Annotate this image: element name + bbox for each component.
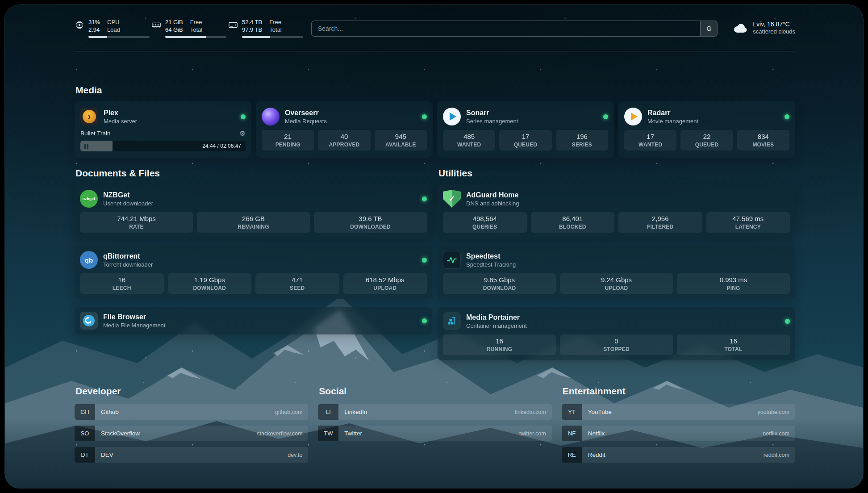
service-card-sonarr[interactable]: Sonarr Series management 485 WANTED [437, 101, 614, 158]
disk-progress-bar [242, 36, 303, 38]
service-card-filebrowser[interactable]: File Browser Media File Management [75, 307, 432, 334]
service-name: Sonarr [466, 109, 518, 117]
dashboard-window: 31% CPU 2.94 Load [4, 4, 864, 489]
bookmark-url: linkedin.com [515, 409, 546, 415]
bookmark-name: Github [101, 409, 119, 415]
desktop-background: 31% CPU 2.94 Load [0, 0, 868, 493]
stat-wanted: 17 WANTED [624, 130, 676, 150]
service-name: qBittorrent [103, 252, 153, 260]
bookmark-group-entertainment: Entertainment YT YouTube youtube.com NF … [562, 385, 795, 468]
stat-approved: 40 APPROVED [318, 130, 370, 150]
bookmark-youtube[interactable]: YT YouTube youtube.com [562, 404, 795, 420]
bookmark-name: YouTube [588, 409, 612, 415]
bookmark-netflix[interactable]: NF Netflix netflix.com [562, 426, 795, 441]
bookmark-reddit[interactable]: RE Reddit reddit.com [562, 447, 795, 463]
service-subtitle: Series management [466, 118, 518, 125]
service-subtitle: DNS and adblocking [466, 200, 519, 207]
cpu-load-value: 2.94 [88, 26, 100, 33]
filebrowser-icon [80, 312, 98, 330]
stat-rate: 744.21 Mbps RATE [80, 212, 193, 233]
overseerr-icon [262, 108, 280, 125]
search-input[interactable] [312, 21, 700, 36]
playback-progress-bar[interactable]: 24:44 / 02:06:47 [80, 141, 246, 151]
section-title-social: Social [319, 385, 551, 397]
service-name: Plex [104, 109, 137, 117]
service-subtitle: Media Requests [285, 118, 327, 125]
cpu-progress-bar [88, 36, 150, 38]
service-card-overseerr[interactable]: Overseerr Media Requests 21 PENDING [256, 101, 433, 158]
memory-progress-bar [165, 36, 226, 38]
stat-leech: 16 LEECH [80, 273, 164, 294]
bookmark-dev-to[interactable]: DT DEV dev.to [75, 447, 308, 463]
weather-location-temp: Lviv, 16.87°C [753, 21, 795, 28]
stat-seed: 471 SEED [255, 273, 339, 294]
status-dot-online [422, 258, 427, 263]
bookmark-name: StackOverflow [101, 430, 140, 437]
cpu-progress-fill [88, 36, 107, 38]
bookmark-group-developer: Developer GH Github github.com SO StackO… [75, 385, 308, 468]
search-provider-button[interactable]: G [700, 21, 717, 36]
bookmark-name: DEV [101, 451, 113, 458]
bookmark-url: twitter.com [519, 430, 546, 437]
topbar-divider [75, 51, 795, 51]
memory-free-label: Free [190, 19, 202, 26]
bookmark-url: netflix.com [763, 430, 789, 437]
disk-free-value: 52.4 TB [242, 19, 262, 26]
bookmark-url: reddit.com [764, 452, 789, 458]
status-dot-online [603, 114, 608, 119]
bookmark-name: Reddit [588, 451, 605, 458]
bookmark-stackoverflow[interactable]: SO StackOverflow stackoverflow.com [75, 426, 308, 441]
gear-icon[interactable]: ⚙ [240, 130, 246, 138]
service-subtitle: Usenet downloader [103, 200, 153, 207]
section-title-utilities: Utilities [438, 167, 795, 179]
service-card-plex[interactable]: › Plex Media server Bullet Train ⚙ [75, 101, 251, 158]
stat-download: 1.19 Gbps DOWNLOAD [168, 273, 252, 294]
stat-queued: 22 QUEUED [680, 130, 733, 150]
cpu-load-label: Load [107, 26, 120, 33]
disk-total-label: Total [269, 26, 281, 33]
stat-filtered: 2,956 FILTERED [618, 212, 702, 233]
stat-ping: 0.993 ms PING [677, 273, 790, 294]
bookmark-abbr: SO [75, 426, 95, 441]
service-card-qbittorrent[interactable]: qb qBittorrent Torrent downloader 16 LEE… [75, 246, 432, 299]
service-card-adguard[interactable]: ✓ AdGuard Home DNS and adblocking 498,56… [438, 184, 795, 238]
section-utilities: Utilities ✓ AdGuard Home DNS and adblock… [438, 167, 795, 360]
stat-series: 196 SERIES [556, 130, 608, 150]
bookmark-twitter[interactable]: TW Twitter twitter.com [318, 426, 551, 441]
playback-time: 24:44 / 02:06:47 [202, 143, 241, 149]
section-title-developer: Developer [75, 385, 308, 397]
weather-condition: scattered clouds [753, 28, 795, 35]
stat-blocked: 86,401 BLOCKED [531, 212, 615, 233]
section-title-media: Media [75, 84, 795, 96]
status-dot-online [422, 114, 427, 119]
bookmark-group-social: Social LI LinkedIn linkedin.com TW Twitt… [318, 385, 551, 468]
disk-icon [228, 20, 238, 30]
stat-upload: 9.24 Gbps UPLOAD [560, 273, 673, 294]
service-name: AdGuard Home [466, 191, 519, 199]
sonarr-icon [443, 108, 461, 125]
bookmark-url: youtube.com [757, 409, 789, 415]
status-dot-online [241, 114, 246, 119]
bookmark-github[interactable]: GH Github github.com [75, 404, 308, 420]
cpu-widget: 31% CPU 2.94 Load [75, 19, 150, 38]
service-card-radarr[interactable]: Radarr Movie management 17 WANTED 2 [618, 101, 795, 158]
service-name: Media Portainer [466, 313, 527, 322]
service-name: File Browser [103, 313, 165, 321]
pause-icon[interactable] [84, 144, 88, 149]
service-card-portainer[interactable]: Media Portainer Container management 16 … [438, 307, 795, 360]
disk-free-label: Free [269, 19, 281, 26]
stat-total: 16 TOTAL [677, 334, 790, 355]
service-card-nzbget[interactable]: nzbget NZBGet Usenet downloader 744.21 M… [75, 184, 432, 238]
service-card-speedtest[interactable]: Speedtest Speedtest Tracking 9.65 Gbps D… [438, 246, 795, 299]
portainer-icon [443, 312, 461, 330]
section-title-documents: Documents & Files [75, 167, 432, 179]
radarr-icon [624, 108, 642, 125]
qbittorrent-icon: qb [80, 251, 98, 269]
bookmark-linkedin[interactable]: LI LinkedIn linkedin.com [318, 404, 551, 420]
service-name: Radarr [647, 109, 698, 117]
memory-widget: 21 GiB Free 64 GiB Total [151, 19, 226, 38]
status-dot-online [422, 318, 427, 323]
stat-queries: 498,564 QUERIES [443, 212, 527, 233]
stat-download: 9.65 Gbps DOWNLOAD [443, 273, 556, 294]
top-bar: 31% CPU 2.94 Load [75, 19, 795, 38]
